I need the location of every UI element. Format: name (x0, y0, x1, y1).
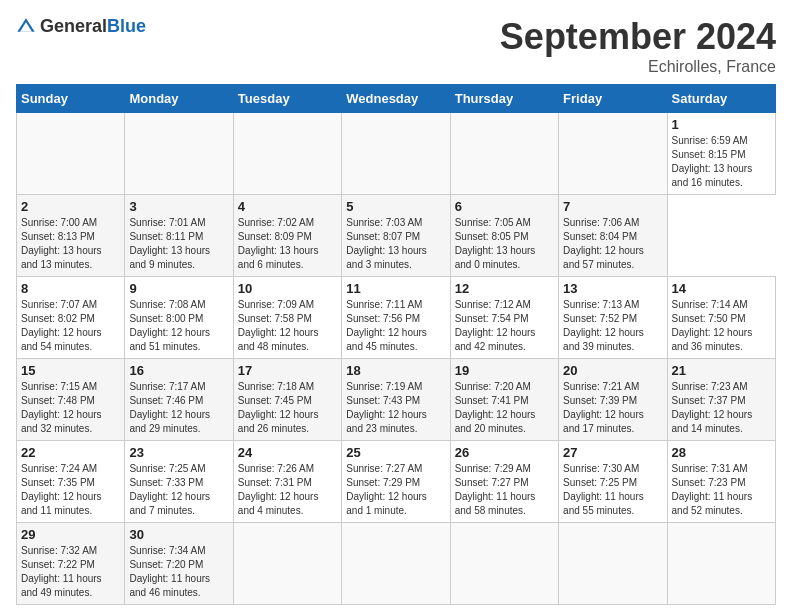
day-info: Sunrise: 7:32 AMSunset: 7:22 PMDaylight:… (21, 544, 120, 600)
calendar-cell (559, 113, 667, 195)
calendar-cell (450, 523, 558, 605)
col-header-thursday: Thursday (450, 85, 558, 113)
calendar-cell (17, 113, 125, 195)
calendar-cell (342, 523, 450, 605)
day-number: 14 (672, 281, 771, 296)
col-header-friday: Friday (559, 85, 667, 113)
day-info: Sunrise: 7:13 AMSunset: 7:52 PMDaylight:… (563, 298, 662, 354)
logo-icon (16, 17, 36, 37)
calendar-cell: 4Sunrise: 7:02 AMSunset: 8:09 PMDaylight… (233, 195, 341, 277)
day-number: 27 (563, 445, 662, 460)
day-info: Sunrise: 7:21 AMSunset: 7:39 PMDaylight:… (563, 380, 662, 436)
day-number: 13 (563, 281, 662, 296)
day-number: 16 (129, 363, 228, 378)
col-header-sunday: Sunday (17, 85, 125, 113)
logo: GeneralBlue (16, 16, 146, 37)
logo-general-text: General (40, 16, 107, 36)
day-number: 21 (672, 363, 771, 378)
day-number: 6 (455, 199, 554, 214)
day-number: 9 (129, 281, 228, 296)
day-number: 25 (346, 445, 445, 460)
calendar-cell: 29Sunrise: 7:32 AMSunset: 7:22 PMDayligh… (17, 523, 125, 605)
day-info: Sunrise: 7:03 AMSunset: 8:07 PMDaylight:… (346, 216, 445, 272)
calendar-cell: 2Sunrise: 7:00 AMSunset: 8:13 PMDaylight… (17, 195, 125, 277)
day-number: 22 (21, 445, 120, 460)
calendar-cell: 9Sunrise: 7:08 AMSunset: 8:00 PMDaylight… (125, 277, 233, 359)
day-info: Sunrise: 7:07 AMSunset: 8:02 PMDaylight:… (21, 298, 120, 354)
calendar-cell (233, 113, 341, 195)
day-number: 20 (563, 363, 662, 378)
calendar-cell: 11Sunrise: 7:11 AMSunset: 7:56 PMDayligh… (342, 277, 450, 359)
day-number: 5 (346, 199, 445, 214)
title-area: September 2024 Echirolles, France (500, 16, 776, 76)
day-number: 10 (238, 281, 337, 296)
day-number: 26 (455, 445, 554, 460)
calendar-cell: 8Sunrise: 7:07 AMSunset: 8:02 PMDaylight… (17, 277, 125, 359)
day-number: 3 (129, 199, 228, 214)
day-info: Sunrise: 6:59 AMSunset: 8:15 PMDaylight:… (672, 134, 771, 190)
day-info: Sunrise: 7:27 AMSunset: 7:29 PMDaylight:… (346, 462, 445, 518)
day-number: 2 (21, 199, 120, 214)
day-info: Sunrise: 7:08 AMSunset: 8:00 PMDaylight:… (129, 298, 228, 354)
location-title: Echirolles, France (500, 58, 776, 76)
calendar-cell (559, 523, 667, 605)
calendar-cell: 3Sunrise: 7:01 AMSunset: 8:11 PMDaylight… (125, 195, 233, 277)
calendar-cell: 17Sunrise: 7:18 AMSunset: 7:45 PMDayligh… (233, 359, 341, 441)
day-info: Sunrise: 7:29 AMSunset: 7:27 PMDaylight:… (455, 462, 554, 518)
day-number: 19 (455, 363, 554, 378)
calendar-cell: 6Sunrise: 7:05 AMSunset: 8:05 PMDaylight… (450, 195, 558, 277)
day-info: Sunrise: 7:20 AMSunset: 7:41 PMDaylight:… (455, 380, 554, 436)
day-number: 4 (238, 199, 337, 214)
day-number: 17 (238, 363, 337, 378)
calendar-cell: 12Sunrise: 7:12 AMSunset: 7:54 PMDayligh… (450, 277, 558, 359)
day-number: 29 (21, 527, 120, 542)
calendar-cell: 16Sunrise: 7:17 AMSunset: 7:46 PMDayligh… (125, 359, 233, 441)
calendar-cell (125, 113, 233, 195)
day-info: Sunrise: 7:26 AMSunset: 7:31 PMDaylight:… (238, 462, 337, 518)
calendar-cell: 25Sunrise: 7:27 AMSunset: 7:29 PMDayligh… (342, 441, 450, 523)
day-info: Sunrise: 7:18 AMSunset: 7:45 PMDaylight:… (238, 380, 337, 436)
calendar-cell: 30Sunrise: 7:34 AMSunset: 7:20 PMDayligh… (125, 523, 233, 605)
calendar-cell: 15Sunrise: 7:15 AMSunset: 7:48 PMDayligh… (17, 359, 125, 441)
calendar-cell: 24Sunrise: 7:26 AMSunset: 7:31 PMDayligh… (233, 441, 341, 523)
day-info: Sunrise: 7:23 AMSunset: 7:37 PMDaylight:… (672, 380, 771, 436)
col-header-saturday: Saturday (667, 85, 775, 113)
calendar-week-5: 22Sunrise: 7:24 AMSunset: 7:35 PMDayligh… (17, 441, 776, 523)
logo-blue-text: Blue (107, 16, 146, 36)
day-number: 23 (129, 445, 228, 460)
day-number: 7 (563, 199, 662, 214)
day-number: 30 (129, 527, 228, 542)
day-info: Sunrise: 7:34 AMSunset: 7:20 PMDaylight:… (129, 544, 228, 600)
day-info: Sunrise: 7:09 AMSunset: 7:58 PMDaylight:… (238, 298, 337, 354)
calendar-cell: 18Sunrise: 7:19 AMSunset: 7:43 PMDayligh… (342, 359, 450, 441)
day-info: Sunrise: 7:25 AMSunset: 7:33 PMDaylight:… (129, 462, 228, 518)
calendar-week-3: 8Sunrise: 7:07 AMSunset: 8:02 PMDaylight… (17, 277, 776, 359)
calendar-cell: 14Sunrise: 7:14 AMSunset: 7:50 PMDayligh… (667, 277, 775, 359)
col-header-wednesday: Wednesday (342, 85, 450, 113)
header: GeneralBlue September 2024 Echirolles, F… (16, 16, 776, 76)
calendar-cell: 5Sunrise: 7:03 AMSunset: 8:07 PMDaylight… (342, 195, 450, 277)
calendar-cell: 22Sunrise: 7:24 AMSunset: 7:35 PMDayligh… (17, 441, 125, 523)
day-info: Sunrise: 7:11 AMSunset: 7:56 PMDaylight:… (346, 298, 445, 354)
calendar-cell: 1Sunrise: 6:59 AMSunset: 8:15 PMDaylight… (667, 113, 775, 195)
day-number: 15 (21, 363, 120, 378)
calendar-cell: 19Sunrise: 7:20 AMSunset: 7:41 PMDayligh… (450, 359, 558, 441)
calendar-cell: 26Sunrise: 7:29 AMSunset: 7:27 PMDayligh… (450, 441, 558, 523)
day-info: Sunrise: 7:15 AMSunset: 7:48 PMDaylight:… (21, 380, 120, 436)
day-number: 1 (672, 117, 771, 132)
calendar-cell: 27Sunrise: 7:30 AMSunset: 7:25 PMDayligh… (559, 441, 667, 523)
day-number: 24 (238, 445, 337, 460)
calendar-week-6: 29Sunrise: 7:32 AMSunset: 7:22 PMDayligh… (17, 523, 776, 605)
calendar-cell: 21Sunrise: 7:23 AMSunset: 7:37 PMDayligh… (667, 359, 775, 441)
day-number: 11 (346, 281, 445, 296)
day-number: 18 (346, 363, 445, 378)
day-number: 28 (672, 445, 771, 460)
day-info: Sunrise: 7:00 AMSunset: 8:13 PMDaylight:… (21, 216, 120, 272)
day-info: Sunrise: 7:30 AMSunset: 7:25 PMDaylight:… (563, 462, 662, 518)
col-header-tuesday: Tuesday (233, 85, 341, 113)
day-info: Sunrise: 7:17 AMSunset: 7:46 PMDaylight:… (129, 380, 228, 436)
day-number: 12 (455, 281, 554, 296)
calendar-cell: 23Sunrise: 7:25 AMSunset: 7:33 PMDayligh… (125, 441, 233, 523)
calendar-cell: 10Sunrise: 7:09 AMSunset: 7:58 PMDayligh… (233, 277, 341, 359)
day-info: Sunrise: 7:05 AMSunset: 8:05 PMDaylight:… (455, 216, 554, 272)
